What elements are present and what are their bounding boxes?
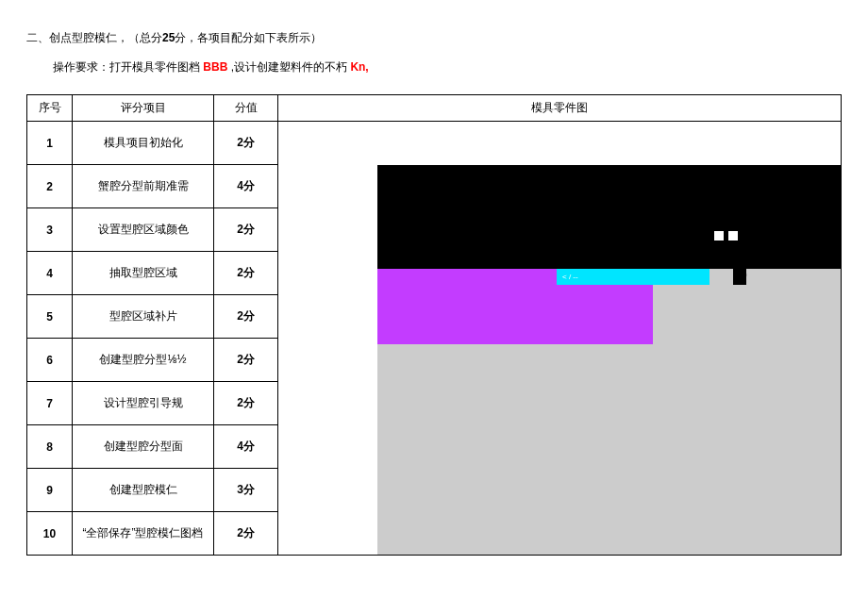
graphic-white-sq-1 <box>714 231 724 241</box>
graphic-white-sq-2 <box>728 231 738 241</box>
cell-score: 2分 <box>214 208 278 252</box>
cell-seq: 10 <box>27 512 73 556</box>
cell-item: 抽取型腔区域 <box>73 252 214 295</box>
cell-seq: 1 <box>27 122 73 165</box>
heading-total-points: 25 <box>162 31 175 44</box>
heading-paren-close: 分，各项目配分如下表所示） <box>175 30 322 46</box>
col-seq: 序号 <box>27 95 73 122</box>
table-header-row: 序号 评分项目 分值 模具零件图 <box>27 95 842 122</box>
heading-paren-open: （总分 <box>128 30 162 46</box>
col-score: 分值 <box>214 95 278 122</box>
graphic-cyan-strip: < / -- <box>557 269 709 285</box>
cell-item: 模具项目初始化 <box>73 122 214 165</box>
cell-item: 设计型腔引导规 <box>73 382 214 425</box>
cell-seq: 3 <box>27 208 73 252</box>
scoring-table: 序号 评分项目 分值 模具零件图 1 模具项目初始化 2分 < / -- <box>26 94 842 556</box>
col-item: 评分项目 <box>73 95 214 122</box>
table-row: 1 模具项目初始化 2分 < / -- 9 <box>27 122 842 165</box>
graphic-black-top <box>377 165 841 269</box>
operation-requirement: 操作要求：打开模具零件图档 BBB ,设计创建塑料件的不朽 Kn, <box>53 59 842 75</box>
heading-prefix: 二、创点型腔模仁， <box>26 30 128 46</box>
cell-item: 型腔区域补片 <box>73 295 214 339</box>
cell-score: 2分 <box>214 512 278 556</box>
graphic-white-gap <box>377 122 841 165</box>
section-heading: 二、创点型腔模仁， （总分 25 分，各项目配分如下表所示） <box>26 30 842 46</box>
graphic-side-number: 9 <box>736 263 747 288</box>
col-image: 模具零件图 <box>278 95 842 122</box>
cell-score: 2分 <box>214 382 278 425</box>
cell-seq: 9 <box>27 469 73 512</box>
cell-seq: 6 <box>27 339 73 382</box>
cell-seq: 5 <box>27 295 73 339</box>
cyan-text: < / -- <box>562 273 578 281</box>
mold-part-graphic: < / -- 9 <box>278 122 841 555</box>
cell-diagram: < / -- 9 <box>278 122 842 556</box>
cell-score: 3分 <box>214 469 278 512</box>
cell-item: 设置型腔区域颜色 <box>73 208 214 252</box>
requirement-code-2: Kn, <box>350 60 368 74</box>
cell-seq: 7 <box>27 382 73 425</box>
cell-score: 2分 <box>214 295 278 339</box>
requirement-mid: ,设计创建塑料件的不朽 <box>231 60 347 74</box>
graphic-dark-edge <box>709 165 733 269</box>
requirement-prefix: 操作要求：打开模具零件图档 <box>53 60 200 74</box>
cell-score: 4分 <box>214 425 278 469</box>
cell-item: 创建型腔模仁 <box>73 469 214 512</box>
cell-seq: 4 <box>27 252 73 295</box>
cell-score: 2分 <box>214 252 278 295</box>
cell-item: 创建型腔分型⅛½ <box>73 339 214 382</box>
cell-seq: 8 <box>27 425 73 469</box>
cell-score: 2分 <box>214 122 278 165</box>
requirement-code-1: BBB <box>203 60 227 74</box>
cell-score: 2分 <box>214 339 278 382</box>
cell-score: 4分 <box>214 165 278 208</box>
cell-seq: 2 <box>27 165 73 208</box>
cell-item: 蟹腔分型前期准需 <box>73 165 214 208</box>
cell-item: “全部保存”型腔模仁图档 <box>73 512 214 556</box>
cell-item: 创建型腔分型面 <box>73 425 214 469</box>
